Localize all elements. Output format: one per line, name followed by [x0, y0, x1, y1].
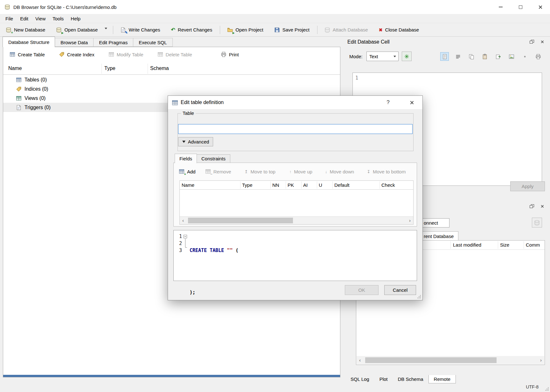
- mode-combobox[interactable]: Text: [366, 52, 399, 61]
- word-wrap-button[interactable]: [454, 52, 462, 61]
- scroll-right-icon[interactable]: ›: [540, 357, 542, 363]
- print-button[interactable]: Print: [217, 49, 243, 60]
- col-pk[interactable]: PK: [288, 182, 294, 188]
- col-check[interactable]: Check: [381, 182, 395, 188]
- move-to-bottom-button[interactable]: ↧ Move to bottom: [367, 169, 406, 174]
- mode-settings-button[interactable]: [402, 52, 412, 61]
- open-project-button[interactable]: ▶ Open Project: [223, 24, 267, 35]
- tab-browse-data[interactable]: Browse Data: [55, 38, 94, 47]
- dialog-help-button[interactable]: ?: [381, 96, 395, 109]
- maximize-button[interactable]: [511, 0, 530, 14]
- close-icon: [538, 5, 542, 9]
- move-to-top-button[interactable]: ↥ Move to top: [245, 169, 275, 174]
- tab-remote[interactable]: Remote: [428, 375, 456, 383]
- column-size[interactable]: Size: [500, 242, 509, 248]
- col-name[interactable]: Name: [182, 182, 194, 188]
- col-type[interactable]: Type: [242, 182, 253, 188]
- tab-db-schema[interactable]: DB Schema: [393, 375, 428, 383]
- sql-code: CREATE TABLE""( );: [190, 233, 238, 310]
- create-table-button[interactable]: Create Table: [6, 49, 49, 60]
- table-name-input[interactable]: [178, 124, 413, 134]
- new-database-button[interactable]: + New Database: [2, 24, 49, 35]
- dock-float-button[interactable]: [528, 203, 536, 210]
- tab-database-structure[interactable]: Database Structure: [3, 37, 55, 47]
- open-database-button[interactable]: ▶ Open Database: [52, 24, 101, 35]
- fields-grid: Name Type NN PK AI U Default Check: [179, 180, 414, 225]
- tree-column-name[interactable]: Name: [8, 66, 22, 71]
- open-database-dropdown-icon[interactable]: [105, 28, 107, 29]
- tab-execute-sql[interactable]: Execute SQL: [133, 38, 172, 47]
- dialog-resize-grip[interactable]: [417, 295, 421, 299]
- text-mode-button[interactable]: [440, 52, 449, 61]
- image-button[interactable]: [507, 52, 516, 61]
- close-button[interactable]: [530, 0, 550, 14]
- apply-button[interactable]: Apply: [510, 181, 545, 191]
- menu-view[interactable]: View: [32, 16, 49, 21]
- col-nn[interactable]: NN: [272, 182, 279, 188]
- dialog-title: Edit table definition: [181, 100, 224, 105]
- close-database-button[interactable]: ✖ Close Database: [375, 24, 423, 35]
- col-ai[interactable]: AI: [303, 182, 308, 188]
- column-last-modified[interactable]: Last modified: [453, 242, 481, 248]
- menu-help[interactable]: Help: [67, 16, 84, 21]
- tab-current-database[interactable]: rent Database: [423, 231, 458, 241]
- add-field-button[interactable]: + Add: [179, 169, 196, 174]
- remote-identity-combobox[interactable]: onnect: [423, 218, 449, 228]
- dock-close-button[interactable]: [538, 38, 546, 45]
- tree-row-tables[interactable]: Tables (0): [3, 75, 340, 84]
- tree-column-type[interactable]: Type: [104, 66, 115, 71]
- move-up-icon: ↑: [289, 170, 292, 174]
- copy-button[interactable]: [467, 52, 476, 61]
- advanced-button[interactable]: Advanced: [178, 137, 213, 146]
- col-default[interactable]: Default: [334, 182, 350, 188]
- cancel-button[interactable]: Cancel: [384, 285, 416, 295]
- create-index-button[interactable]: Create Index: [55, 49, 98, 60]
- ok-button[interactable]: OK: [345, 285, 379, 295]
- dialog-close-button[interactable]: [404, 96, 419, 109]
- save-project-icon: [274, 27, 280, 33]
- scroll-right-icon[interactable]: ›: [409, 218, 411, 223]
- create-index-icon: [59, 52, 65, 57]
- tab-fields[interactable]: Fields: [175, 154, 197, 163]
- move-down-button[interactable]: ↓ Move down: [325, 169, 354, 174]
- scrollbar-thumb[interactable]: [365, 357, 497, 363]
- col-u[interactable]: U: [319, 182, 322, 188]
- write-changes-button[interactable]: ✎ Write Changes: [116, 24, 164, 35]
- fields-horizontal-scrollbar[interactable]: ‹ ›: [180, 216, 413, 224]
- menu-tools[interactable]: Tools: [49, 16, 67, 21]
- revert-changes-button[interactable]: ↶ Revert Changes: [167, 24, 216, 35]
- column-divider: [148, 64, 148, 74]
- remote-horizontal-scrollbar[interactable]: ‹ ›: [357, 356, 544, 364]
- column-divider: [317, 181, 317, 189]
- remove-field-button[interactable]: − Remove: [205, 169, 231, 174]
- print-cell-button[interactable]: [534, 52, 542, 61]
- menu-edit[interactable]: Edit: [17, 16, 32, 21]
- tab-plot[interactable]: Plot: [374, 375, 393, 383]
- scroll-left-icon[interactable]: ‹: [182, 218, 184, 223]
- scroll-left-icon[interactable]: ‹: [359, 357, 361, 363]
- tab-sql-log[interactable]: SQL Log: [345, 375, 374, 383]
- attach-database-button[interactable]: Attach Database: [321, 24, 372, 35]
- modify-table-button[interactable]: Modify Table: [105, 49, 147, 60]
- paste-button[interactable]: [480, 52, 489, 61]
- dock-close-button[interactable]: [538, 203, 546, 210]
- move-up-button[interactable]: ↑ Move up: [289, 169, 312, 174]
- scrollbar-thumb[interactable]: [188, 218, 293, 223]
- save-project-button[interactable]: Save Project: [270, 24, 313, 35]
- menu-file[interactable]: File: [2, 16, 17, 21]
- import-button[interactable]: [494, 52, 502, 61]
- dialog-tab-bar: Fields Constraints: [175, 153, 230, 163]
- set-null-button[interactable]: [520, 52, 529, 61]
- code-fold-toggle[interactable]: [184, 235, 187, 238]
- column-commit[interactable]: Comm: [526, 242, 540, 248]
- tab-edit-pragmas[interactable]: Edit Pragmas: [93, 38, 133, 47]
- minimize-button[interactable]: [491, 0, 511, 14]
- tab-constraints[interactable]: Constraints: [197, 154, 230, 163]
- remote-clone-button[interactable]: [532, 218, 542, 228]
- column-divider: [301, 181, 302, 189]
- delete-table-button[interactable]: Delete Table: [154, 49, 196, 60]
- window-resize-grip[interactable]: [545, 387, 549, 391]
- tree-column-schema[interactable]: Schema: [150, 66, 169, 71]
- tree-row-indices[interactable]: Indices (0): [3, 84, 340, 94]
- dock-float-button[interactable]: [528, 38, 536, 45]
